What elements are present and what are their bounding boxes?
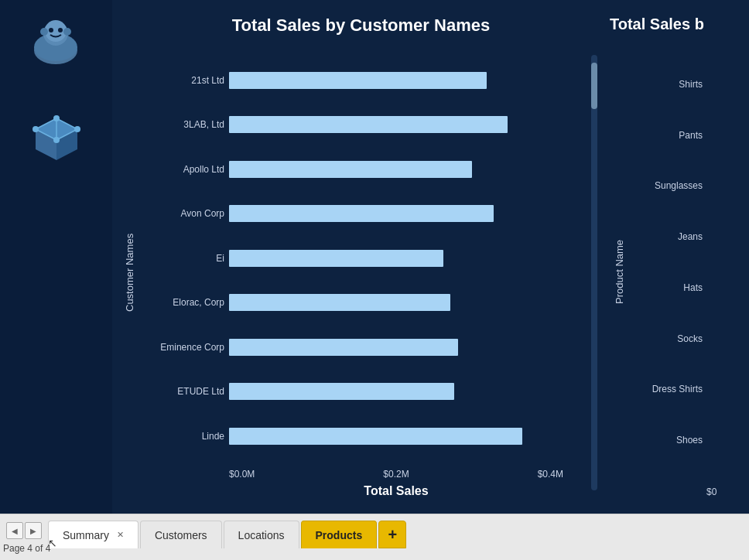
bar-label: Linde bbox=[139, 431, 224, 442]
svg-point-6 bbox=[40, 28, 48, 36]
main-area: Total Sales by Customer Names Customer N… bbox=[0, 0, 749, 514]
bar-row: Elorac, Corp bbox=[139, 294, 587, 311]
scrollbar-thumb[interactable] bbox=[591, 63, 597, 109]
bar-row: Ei bbox=[139, 250, 587, 267]
svg-point-5 bbox=[58, 28, 63, 32]
tab-locations-label: Locations bbox=[238, 529, 285, 541]
bar-track bbox=[229, 250, 587, 267]
right-bar-stub bbox=[707, 279, 741, 296]
sidebar-icon-2[interactable] bbox=[26, 108, 87, 170]
bar-track bbox=[229, 205, 587, 222]
svg-point-4 bbox=[49, 28, 53, 32]
right-bar-row: Sunglasses bbox=[629, 177, 741, 194]
bar-track bbox=[229, 72, 587, 89]
right-bars-container: ShirtsPantsSunglassesJeansHatsSocksDress… bbox=[629, 45, 741, 480]
tab-customers[interactable]: Customers bbox=[140, 521, 222, 548]
x-axis-ticks: $0.0M$0.2M$0.4M bbox=[229, 469, 587, 480]
right-bar-label: Sunglasses bbox=[629, 180, 703, 191]
bar-fill bbox=[229, 294, 450, 311]
right-bar-label: Shirts bbox=[629, 79, 703, 90]
scrollbar-track bbox=[591, 55, 597, 490]
chart-inner: 21st Ltd3LAB, LtdApollo LtdAvon CorpEiEl… bbox=[139, 47, 587, 498]
right-bar-label: Pants bbox=[629, 130, 703, 141]
right-bar-label: Jeans bbox=[629, 231, 703, 242]
tab-summary-close[interactable]: ✕ bbox=[117, 530, 124, 540]
right-x-axis: $0 bbox=[629, 484, 741, 498]
right-chart: Total Sales b Product Name ShirtsPantsSu… bbox=[602, 15, 741, 498]
bar-track bbox=[229, 116, 587, 133]
bar-fill bbox=[229, 161, 472, 178]
right-bar-row: Pants bbox=[629, 127, 741, 144]
sidebar bbox=[0, 0, 112, 514]
right-bar-row: Dress Shirts bbox=[629, 381, 741, 398]
chart-area: Total Sales by Customer Names Customer N… bbox=[112, 0, 749, 514]
right-bar-row: Shirts bbox=[629, 76, 741, 93]
bars-container: 21st Ltd3LAB, LtdApollo LtdAvon CorpEiEl… bbox=[139, 47, 587, 469]
x-tick: $0.4M bbox=[538, 469, 563, 480]
x-tick: $0.2M bbox=[383, 469, 409, 480]
left-chart-title: Total Sales by Customer Names bbox=[120, 15, 602, 36]
left-chart: Total Sales by Customer Names Customer N… bbox=[120, 15, 602, 498]
bar-row: ETUDE Ltd bbox=[139, 383, 587, 400]
bar-label: Apollo Ltd bbox=[139, 164, 224, 175]
right-bar-stub bbox=[707, 381, 741, 398]
bar-fill bbox=[229, 250, 443, 267]
x-tick: $0.0M bbox=[229, 469, 255, 480]
nav-arrows: ◀ ▶ bbox=[0, 519, 48, 539]
bar-row: Linde bbox=[139, 428, 587, 445]
right-bar-label: Socks bbox=[629, 333, 703, 344]
cursor-indicator: ↖ bbox=[48, 537, 57, 549]
bar-fill bbox=[229, 339, 458, 356]
bar-track bbox=[229, 383, 587, 400]
bar-row: 3LAB, Ltd bbox=[139, 116, 587, 133]
bar-track bbox=[229, 428, 587, 445]
bar-track bbox=[229, 294, 587, 311]
right-bar-label: Dress Shirts bbox=[629, 384, 703, 394]
right-bar-stub bbox=[707, 330, 741, 347]
bar-row: 21st Ltd bbox=[139, 72, 587, 89]
scrollbar-area[interactable] bbox=[587, 47, 602, 498]
right-bar-stub bbox=[707, 127, 741, 144]
right-bar-row: Socks bbox=[629, 330, 741, 347]
bar-row: Eminence Corp bbox=[139, 339, 587, 356]
bar-track bbox=[229, 339, 587, 356]
page-info: Page 4 of 4 bbox=[3, 543, 50, 554]
sidebar-icon-1[interactable] bbox=[26, 15, 87, 77]
right-y-axis-label: Product Name bbox=[610, 45, 629, 498]
right-bar-label: Shoes bbox=[629, 435, 703, 446]
right-bar-stub bbox=[707, 76, 741, 93]
bar-row: Avon Corp bbox=[139, 205, 587, 222]
left-y-axis-label: Customer Names bbox=[120, 47, 139, 498]
right-bar-stub bbox=[707, 432, 741, 449]
bar-label: 21st Ltd bbox=[139, 75, 224, 86]
bar-fill bbox=[229, 383, 454, 400]
bar-fill bbox=[229, 72, 487, 89]
svg-point-7 bbox=[63, 28, 71, 36]
bar-fill bbox=[229, 116, 508, 133]
tabs-container: Summary ✕ Customers Locations Products + bbox=[48, 519, 406, 548]
bottom-bar: ◀ ▶ Summary ✕ Customers Locations Produc… bbox=[0, 514, 749, 560]
right-bar-row: Shoes bbox=[629, 432, 741, 449]
bar-fill bbox=[229, 205, 494, 222]
tab-summary[interactable]: Summary ✕ bbox=[48, 521, 139, 548]
tab-customers-label: Customers bbox=[155, 529, 207, 541]
right-bar-row: Jeans bbox=[629, 228, 741, 245]
bar-label: ETUDE Ltd bbox=[139, 386, 224, 397]
x-axis-area: $0.0M$0.2M$0.4M Total Sales bbox=[139, 469, 587, 498]
right-bar-label: Hats bbox=[629, 282, 703, 293]
right-chart-title: Total Sales b bbox=[610, 15, 741, 33]
bar-label: Eminence Corp bbox=[139, 342, 224, 353]
svg-point-3 bbox=[45, 20, 67, 42]
prev-button[interactable]: ◀ bbox=[6, 522, 23, 539]
bar-label: Ei bbox=[139, 253, 224, 264]
bar-track bbox=[229, 161, 587, 178]
add-tab-button[interactable]: + bbox=[378, 521, 406, 548]
tab-locations[interactable]: Locations bbox=[224, 521, 299, 548]
x-axis-title: Total Sales bbox=[229, 484, 587, 498]
tab-products[interactable]: Products bbox=[301, 521, 378, 548]
right-bar-stub bbox=[707, 228, 741, 245]
next-button[interactable]: ▶ bbox=[25, 522, 42, 539]
bar-row: Apollo Ltd bbox=[139, 161, 587, 178]
right-bar-row: Hats bbox=[629, 279, 741, 296]
right-x-tick: $0 bbox=[706, 487, 717, 497]
